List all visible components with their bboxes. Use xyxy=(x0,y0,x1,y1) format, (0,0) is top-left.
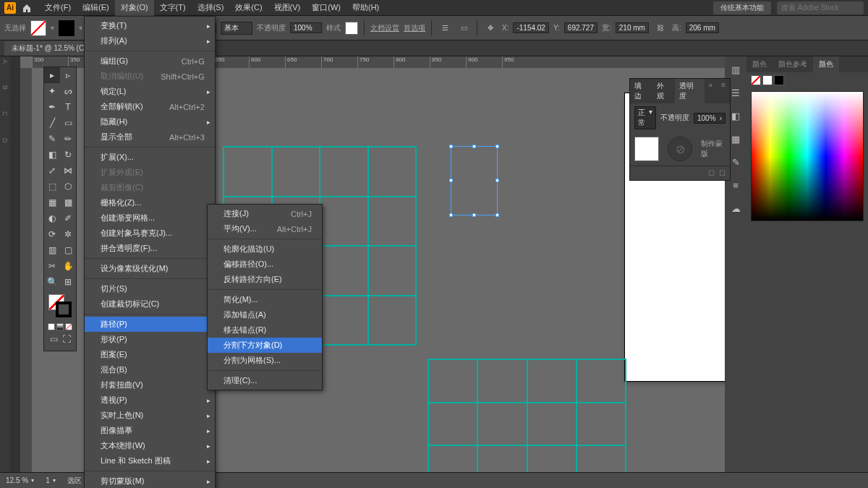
perspective-tool-icon[interactable]: ▦ xyxy=(44,194,60,210)
blend-mode-select[interactable]: 正常▾ xyxy=(634,106,656,129)
menu-edit[interactable]: 编辑(E) xyxy=(77,0,115,16)
menu-object[interactable]: 对象(O) xyxy=(115,0,154,16)
y-input[interactable]: 692.727 xyxy=(564,22,597,33)
ruler-vertical[interactable] xyxy=(20,68,32,472)
menu-item[interactable]: 移去锚点(R) xyxy=(208,322,322,338)
hand-tool-icon[interactable]: ✋ xyxy=(60,258,76,274)
dock-symbols-icon[interactable]: ☁ xyxy=(728,201,743,215)
pencil-tool-icon[interactable]: ✏ xyxy=(60,131,76,147)
menu-item[interactable]: 设为像素级优化(M) xyxy=(85,261,215,276)
menu-item[interactable]: 分割下方对象(D) xyxy=(208,338,322,353)
mask-thumb-icon[interactable]: ⊘ xyxy=(668,137,692,161)
menu-help[interactable]: 帮助(H) xyxy=(346,0,385,16)
menu-item[interactable]: 偏移路径(O)... xyxy=(208,257,322,272)
dock-layers-icon[interactable]: ☰ xyxy=(728,85,743,100)
menu-item[interactable]: 连接(J)Ctrl+J xyxy=(208,206,322,221)
color-tab-1[interactable]: 颜色 xyxy=(746,56,773,72)
w-input[interactable]: 210 mm xyxy=(616,22,649,33)
shape-builder-tool-icon[interactable]: ⬡ xyxy=(60,179,76,194)
opacity-input[interactable]: 100% xyxy=(290,22,322,33)
x-input[interactable]: -1154.02 xyxy=(513,22,548,33)
stroke-indicator[interactable] xyxy=(56,301,72,317)
menu-item[interactable]: 文本绕排(W) xyxy=(85,438,215,453)
handle-tr[interactable] xyxy=(495,145,499,148)
menu-item[interactable]: 混合(B) xyxy=(85,362,215,377)
dock-stroke-icon[interactable]: ≡ xyxy=(728,178,743,192)
menu-item[interactable]: 隐藏(H) xyxy=(85,114,215,129)
menu-window[interactable]: 窗口(W) xyxy=(306,0,346,16)
fill-stroke-control[interactable] xyxy=(44,293,76,322)
menu-item[interactable]: 实时上色(N) xyxy=(85,408,215,423)
line-tool-icon[interactable]: ╱ xyxy=(44,115,60,131)
menu-item[interactable]: 封套扭曲(V) xyxy=(85,377,215,393)
h-input[interactable]: 206 mm xyxy=(686,22,719,33)
transparency-panel[interactable]: 填边 外观 透明度 « ≡ 正常▾ 不透明度 100%› ⊘ 制作蒙版 ☐ ☐ xyxy=(629,78,731,181)
menu-item[interactable]: 创建对象马赛克(J)... xyxy=(85,226,215,241)
dock-swatches-icon[interactable]: ▦ xyxy=(728,132,743,146)
selection-tool-icon[interactable]: ▸ xyxy=(44,67,60,83)
menu-item[interactable]: 简化(M)... xyxy=(208,292,322,307)
menu-item[interactable]: 扩展(X)... xyxy=(85,150,215,165)
menu-effect[interactable]: 效果(C) xyxy=(229,0,268,16)
panel-tab-stroke-fill[interactable]: 填边 xyxy=(630,79,652,103)
free-transform-tool-icon[interactable]: ⬚ xyxy=(44,179,60,194)
menu-item[interactable]: 透视(P) xyxy=(85,393,215,408)
menu-file[interactable]: 文件(F) xyxy=(39,0,77,16)
zoom-tool-icon[interactable]: 🔍 xyxy=(44,274,60,290)
column-graph-tool-icon[interactable]: ▥ xyxy=(44,242,60,258)
panel-collapse-icon[interactable]: « xyxy=(705,79,718,103)
type-tool-icon[interactable]: T xyxy=(60,99,76,115)
eyedropper-tool-icon[interactable]: ✐ xyxy=(60,210,76,226)
selected-rectangle[interactable] xyxy=(451,146,498,215)
prefs-link[interactable]: 首选项 xyxy=(404,23,425,33)
opacity-value-input[interactable]: 100%› xyxy=(694,113,726,124)
artboard-nav[interactable]: 1 xyxy=(46,476,56,484)
slice-tool-icon[interactable]: ✂ xyxy=(44,258,60,274)
color-tab-3[interactable]: 颜色 xyxy=(813,56,839,72)
brush-name[interactable]: 基本 xyxy=(221,22,252,35)
panel-tab-appearance[interactable]: 外观 xyxy=(652,79,675,103)
link-wh-icon[interactable]: ⛓ xyxy=(653,21,668,35)
handle-mr[interactable] xyxy=(495,179,499,182)
scale-tool-icon[interactable]: ⤢ xyxy=(44,163,60,179)
change-screen-icon[interactable]: ⛶ xyxy=(61,333,72,345)
color-swatch-white[interactable] xyxy=(762,75,773,85)
clip-checkbox-icon[interactable]: ☐ xyxy=(708,169,715,177)
lasso-tool-icon[interactable]: ᔕ xyxy=(60,83,76,99)
menu-item[interactable]: 拼合透明度(F)... xyxy=(85,241,215,256)
handle-tl[interactable] xyxy=(449,145,453,148)
print-tiling-tool-icon[interactable]: ⊞ xyxy=(60,274,76,290)
workspace-switcher[interactable]: 传统基本功能 xyxy=(713,1,771,14)
menu-view[interactable]: 视图(V) xyxy=(268,0,307,16)
zoom-select[interactable]: 12.5 % xyxy=(6,476,34,484)
pen-tool-icon[interactable]: ✒ xyxy=(44,99,60,115)
handle-tm[interactable] xyxy=(472,145,476,148)
invert-checkbox-icon[interactable]: ☐ xyxy=(719,169,726,177)
menu-item[interactable]: 显示全部Alt+Ctrl+3 xyxy=(85,129,215,145)
menu-item[interactable]: 反转路径方向(E) xyxy=(208,272,322,287)
stroke-swatch[interactable] xyxy=(59,20,75,36)
menu-item[interactable]: 图案(E) xyxy=(85,347,215,362)
width-tool-icon[interactable]: ⋈ xyxy=(60,163,76,179)
menu-item[interactable]: 创建裁切标记(C) xyxy=(85,296,215,312)
home-icon[interactable] xyxy=(22,3,32,13)
grid-object-2[interactable] xyxy=(427,359,626,488)
menu-item[interactable]: 栅格化(Z)... xyxy=(85,195,215,210)
rectangle-tool-icon[interactable]: ▭ xyxy=(60,115,76,131)
direct-selection-tool-icon[interactable]: ▹ xyxy=(60,67,76,83)
object-thumb[interactable] xyxy=(634,137,659,161)
dock-libraries-icon[interactable]: ◧ xyxy=(728,108,743,123)
menu-item[interactable]: 剪切蒙版(M) xyxy=(85,474,215,488)
gradient-mode-icon[interactable] xyxy=(56,323,64,330)
mesh-tool-icon[interactable]: ▩ xyxy=(60,194,76,210)
menu-item[interactable]: 清理(C)... xyxy=(208,373,322,388)
handle-ml[interactable] xyxy=(449,179,453,182)
handle-bl[interactable] xyxy=(449,213,453,217)
rotate-tool-icon[interactable]: ↻ xyxy=(60,147,76,163)
dock-properties-icon[interactable]: ▥ xyxy=(728,62,743,77)
menu-item[interactable]: Line 和 Sketch 图稿 xyxy=(85,453,215,468)
menu-item[interactable]: 平均(V)...Alt+Ctrl+J xyxy=(208,221,322,236)
brush-tool-icon[interactable]: ✎ xyxy=(44,131,60,147)
make-mask-button[interactable]: 制作蒙版 xyxy=(697,136,730,162)
handle-br[interactable] xyxy=(495,213,499,217)
